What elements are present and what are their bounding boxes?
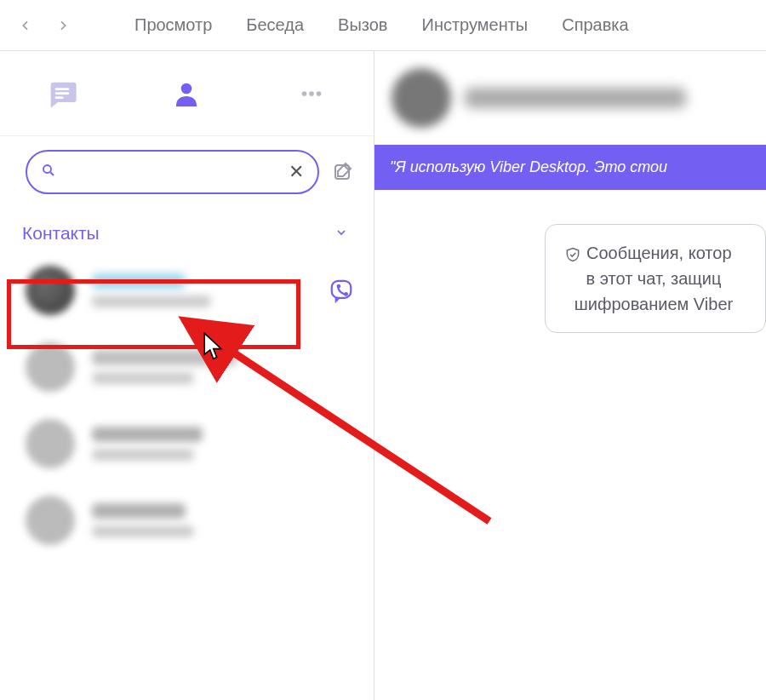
- contact-sub-blurred: [92, 449, 194, 461]
- menu-item-tools[interactable]: Инструменты: [422, 15, 529, 35]
- svg-rect-10: [332, 281, 352, 298]
- menu-item-chat[interactable]: Беседа: [246, 15, 304, 35]
- shield-icon: [564, 244, 581, 261]
- svg-point-5: [309, 91, 314, 96]
- contact-name-blurred: [92, 503, 186, 519]
- menu-item-view[interactable]: Просмотр: [134, 15, 212, 35]
- svg-line-8: [50, 172, 54, 175]
- chat-pane: "Я использую Viber Desktop. Это стои Соо…: [374, 51, 766, 700]
- contact-row[interactable]: [0, 405, 374, 482]
- svg-point-6: [316, 91, 321, 96]
- contact-row[interactable]: [0, 252, 374, 329]
- nav-forward-button[interactable]: [46, 9, 80, 43]
- viber-icon: [328, 277, 355, 304]
- contacts-section-label: Контакты: [22, 223, 100, 244]
- contact-name-blurred: [92, 273, 186, 289]
- contact-list: [0, 252, 374, 559]
- avatar: [26, 342, 75, 392]
- info-line-1: Сообщения, котор: [586, 240, 732, 266]
- contact-name-blurred: [92, 427, 203, 442]
- contact-row[interactable]: [0, 329, 374, 405]
- chat-header: [374, 51, 766, 145]
- nav-back-button[interactable]: [9, 9, 43, 43]
- contacts-section-header[interactable]: Контакты: [0, 208, 374, 252]
- chats-tab[interactable]: [45, 77, 79, 111]
- svg-point-11: [338, 285, 340, 288]
- more-tab[interactable]: [294, 77, 329, 111]
- menu-item-help[interactable]: Справка: [562, 15, 628, 35]
- svg-rect-0: [55, 88, 70, 90]
- info-line-3: шифрованием Viber: [559, 291, 748, 317]
- search-box[interactable]: ✕: [26, 150, 319, 194]
- svg-rect-2: [55, 96, 64, 99]
- cursor-icon: [203, 332, 226, 361]
- svg-rect-1: [55, 92, 70, 95]
- info-line-2: в этот чат, защиц: [559, 266, 748, 291]
- menu-item-call[interactable]: Вызов: [338, 15, 387, 35]
- svg-point-12: [345, 293, 347, 295]
- avatar: [26, 266, 75, 315]
- encryption-info-bubble: Сообщения, котор в этот чат, защиц шифро…: [545, 224, 766, 333]
- contacts-tab[interactable]: [169, 77, 203, 111]
- menu-items: Просмотр Беседа Вызов Инструменты Справк…: [134, 15, 629, 35]
- sidebar-tabs: [0, 51, 374, 136]
- contact-text: [92, 427, 355, 461]
- contact-sub-blurred: [92, 525, 194, 537]
- clear-search-button[interactable]: ✕: [289, 161, 304, 183]
- chat-title-blurred: [465, 88, 686, 108]
- contact-text: [92, 273, 328, 307]
- top-menu-bar: Просмотр Беседа Вызов Инструменты Справк…: [0, 0, 766, 51]
- svg-point-4: [301, 91, 306, 96]
- contact-text: [92, 503, 355, 537]
- chevron-down-icon: [334, 223, 348, 244]
- search-icon: [41, 163, 56, 181]
- svg-point-7: [43, 165, 51, 173]
- svg-point-3: [181, 83, 192, 94]
- contact-sub-blurred: [92, 372, 194, 384]
- avatar: [26, 496, 75, 545]
- chat-avatar[interactable]: [392, 68, 451, 128]
- avatar: [26, 419, 75, 468]
- compose-button[interactable]: [329, 159, 355, 185]
- search-input[interactable]: [65, 164, 280, 180]
- sidebar: ✕ Контакты: [0, 51, 374, 700]
- contact-sub-blurred: [92, 295, 211, 307]
- status-banner: "Я использую Viber Desktop. Это стои: [374, 145, 766, 190]
- search-row: ✕: [0, 136, 374, 208]
- contact-row[interactable]: [0, 482, 374, 559]
